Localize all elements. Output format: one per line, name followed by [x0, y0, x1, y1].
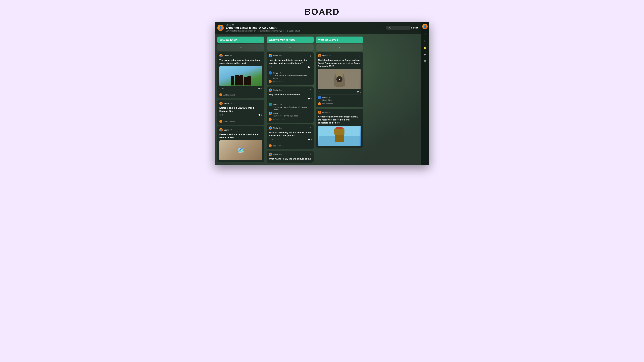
card-6-add-comment-label: Add comment — [273, 145, 284, 147]
column-what-we-know: What We Know ⋮ + 👤 Misha 8m ⋮ The island — [217, 36, 264, 162]
bell-icon[interactable]: 🔔 — [422, 44, 428, 51]
card-5-username: Misha — [273, 89, 278, 91]
add-card-what-we-learned[interactable]: + — [316, 44, 363, 51]
column-what-we-learned: What We Learned ⋮ + 👤 Misha 8m ⋮ The isl… — [316, 36, 363, 148]
card-7: 👤 Misha 8m ⋮ What was the daily life and… — [267, 151, 314, 162]
card-4-footer: ♡ 5 💬 2 — [269, 66, 312, 68]
card-8-add-comment[interactable]: Add comment — [318, 102, 361, 105]
app-container: 👤 ↗ ⊞ 🔔 ▶ ⚙ … 👤 Misha • 5h Exploring Eas… — [215, 22, 429, 165]
card-1-time: 8m — [230, 55, 232, 57]
card-3-image: 🗺️ — [219, 140, 262, 160]
svg-rect-8 — [335, 135, 344, 142]
card-1-menu[interactable]: ⋮ — [260, 54, 262, 57]
card-5-user: 👤 Misha 8m — [269, 88, 282, 92]
card-5-menu[interactable]: ⋮ — [309, 89, 312, 91]
add-card-what-we-want[interactable]: + — [267, 44, 314, 51]
board-meta: Misha • 5h Exploring Easter Island: A KW… — [226, 24, 300, 32]
search-bar[interactable]: 🔍 — [386, 26, 410, 30]
card-2-add-comment[interactable]: Add comment — [219, 120, 262, 123]
card-7-menu[interactable]: ⋮ — [309, 153, 312, 156]
card-6-menu[interactable]: ⋮ — [309, 127, 312, 129]
more-icon[interactable]: … — [422, 65, 428, 71]
rufus-name-8: Rufus — [322, 96, 328, 98]
page-header: BOARD — [0, 0, 644, 22]
card-5-add-comment[interactable]: Add comment — [269, 118, 312, 121]
moai-silhouettes — [230, 75, 251, 86]
card-2-likes: ♡ 9 — [219, 114, 223, 116]
card-8-avatar: 👤 — [318, 54, 321, 57]
card-7-time: 8m — [279, 153, 282, 155]
card-3-username: Misha — [224, 129, 229, 131]
card-9-time: 8m — [328, 111, 331, 113]
card-5-comment-1: 👤 Sansa 3m It might have something to do… — [269, 103, 312, 111]
misha-time-comment: 1m — [280, 112, 282, 114]
heart-icon: ♡ — [219, 87, 221, 90]
rufus-avatar: 👤 — [269, 71, 272, 75]
card-9-avatar: 👤 — [318, 111, 321, 114]
play-overlay: ▶ — [318, 69, 361, 89]
rufus-time: 3m — [280, 72, 282, 74]
card-6-add-comment[interactable]: Add comment — [269, 144, 312, 147]
card-4-comment-1: 👤 Rufus 3m I have always wondered how th… — [269, 71, 312, 79]
card-4-add-comment-label: Add comment — [273, 81, 284, 83]
gear-icon[interactable]: ⚙ — [422, 58, 428, 64]
card-1-comment-section: Add comment — [219, 91, 262, 96]
column-header-what-we-want-to-know: What We Want to Know ⋮ — [267, 36, 314, 43]
card-9: 👤 Misha 8m ⋮ Archaeological evidence sug… — [316, 109, 363, 148]
card-4-comment-section: 👤 Rufus 3m I have always wondered how th… — [269, 70, 312, 83]
card-2-menu[interactable]: ⋮ — [260, 102, 262, 105]
board-icon[interactable]: ⊞ — [422, 38, 428, 44]
card-8-text: The island was named by Dutch explorer J… — [318, 59, 361, 68]
share-icon[interactable]: ↗ — [422, 31, 428, 37]
misha-avatar-comment: 👤 — [269, 112, 272, 115]
heart-icon-5: ♡ — [269, 97, 270, 100]
card-2-add-comment-label: Add comment — [224, 120, 235, 122]
card-5-comment-section: 👤 Sansa 3m It might have something to do… — [269, 101, 312, 121]
card-1-add-comment[interactable]: Add comment — [219, 93, 262, 96]
column-menu-what-we-want-to-know[interactable]: ⋮ — [308, 38, 311, 41]
comment-icon-5: 💬 — [308, 98, 310, 100]
card-2-footer: ♡ 9 💬 0 — [219, 114, 262, 116]
card-8-comments-count: 💬 2 — [357, 91, 361, 93]
card-2-text: Easter Island is a UNESCO World Heritage… — [219, 106, 262, 112]
card-4-comment-avatar — [269, 80, 272, 83]
card-6-comments-count: 💬 0 — [308, 139, 312, 141]
card-2-comment-section: Add comment — [219, 118, 262, 123]
card-1-comment-avatar — [219, 93, 222, 96]
card-5-comments-count: 💬 2 — [308, 98, 312, 100]
comment-icon-4: 💬 — [308, 66, 310, 68]
board-desc: Let's fill in the chart as we embark on … — [226, 30, 300, 32]
heart-icon-2: ♡ — [219, 114, 221, 116]
card-1-username: Misha — [224, 55, 229, 57]
card-4-header: 👤 Misha 8m ⋮ — [269, 54, 312, 57]
card-8-add-comment-label: Add comment — [322, 103, 334, 105]
rufus-comment-text-8: Great video! — [322, 99, 332, 101]
card-6-comment-section: Add comment — [269, 142, 312, 147]
card-4-menu[interactable]: ⋮ — [309, 54, 312, 57]
card-6-avatar: 👤 — [269, 126, 272, 130]
card-2-comment-avatar — [219, 120, 222, 123]
card-7-header: 👤 Misha 8m ⋮ — [269, 153, 312, 156]
column-menu-what-we-learned[interactable]: ⋮ — [358, 38, 360, 41]
card-5-footer: ♡ 2 💬 2 — [269, 97, 312, 100]
card-9-menu[interactable]: ⋮ — [358, 111, 361, 114]
card-9-user: 👤 Misha 8m — [318, 111, 331, 114]
play-button[interactable]: ▶ — [336, 76, 342, 82]
card-2: 👤 Misha 8m ⋮ Easter Island is a UNESCO W… — [217, 100, 264, 125]
card-5-likes: ♡ 2 — [269, 97, 272, 100]
play-icon[interactable]: ▶ — [422, 51, 428, 57]
add-card-what-we-know[interactable]: + — [217, 44, 264, 51]
sidebar-avatar[interactable]: 👤 — [422, 24, 428, 29]
card-7-username: Misha — [273, 153, 278, 155]
card-5-text: Why is it called Easter Island? — [269, 93, 312, 96]
card-1-comments-count: 💬 0 — [258, 88, 262, 90]
comment-icon-8: 💬 — [357, 91, 359, 93]
column-menu-what-we-know[interactable]: ⋮ — [259, 38, 262, 41]
svg-point-9 — [336, 127, 343, 129]
card-8-menu[interactable]: ⋮ — [358, 54, 361, 57]
card-4-likes: ♡ 5 — [269, 66, 272, 68]
card-2-header: 👤 Misha 8m ⋮ — [219, 102, 262, 105]
card-4-comments-count: 💬 2 — [308, 66, 312, 68]
card-3-menu[interactable]: ⋮ — [260, 129, 262, 131]
card-4-add-comment[interactable]: Add comment — [269, 80, 312, 83]
